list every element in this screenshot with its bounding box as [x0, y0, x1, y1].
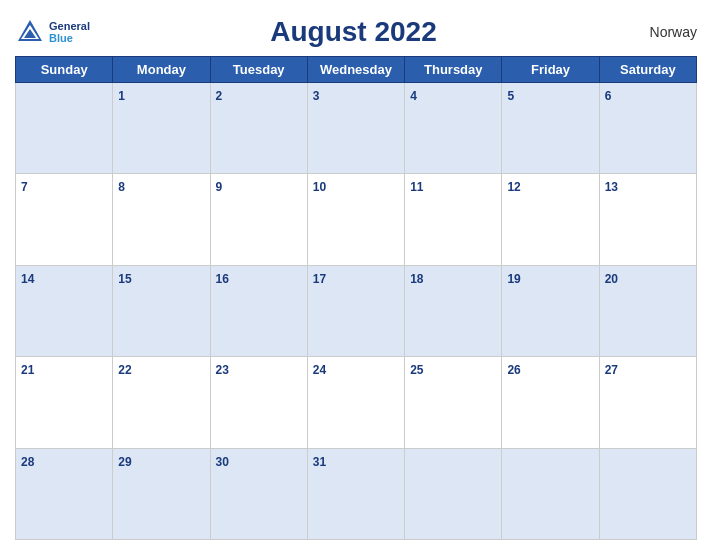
day-number: 2: [216, 89, 223, 103]
day-number: 6: [605, 89, 612, 103]
day-number: 1: [118, 89, 125, 103]
day-number: 10: [313, 180, 326, 194]
calendar-cell: 23: [210, 357, 307, 448]
logo: General Blue: [15, 17, 90, 47]
calendar-cell: 7: [16, 174, 113, 265]
calendar-cell: 10: [307, 174, 404, 265]
calendar-cell: 31: [307, 448, 404, 539]
day-number: 24: [313, 363, 326, 377]
day-number: 3: [313, 89, 320, 103]
calendar-cell: 22: [113, 357, 210, 448]
calendar-cell: [16, 83, 113, 174]
day-number: 25: [410, 363, 423, 377]
calendar-cell: 25: [405, 357, 502, 448]
day-number: 23: [216, 363, 229, 377]
calendar-cell: 8: [113, 174, 210, 265]
day-number: 17: [313, 272, 326, 286]
calendar-cell: [599, 448, 696, 539]
day-number: 9: [216, 180, 223, 194]
weekday-header-monday: Monday: [113, 57, 210, 83]
logo-icon: [15, 17, 45, 47]
calendar-cell: 5: [502, 83, 599, 174]
calendar-cell: 1: [113, 83, 210, 174]
calendar-cell: 12: [502, 174, 599, 265]
calendar-cell: 29: [113, 448, 210, 539]
week-row-1: 123456: [16, 83, 697, 174]
day-number: 7: [21, 180, 28, 194]
day-number: 16: [216, 272, 229, 286]
weekday-header-sunday: Sunday: [16, 57, 113, 83]
day-number: 13: [605, 180, 618, 194]
calendar-cell: 26: [502, 357, 599, 448]
calendar-cell: 15: [113, 265, 210, 356]
day-number: 5: [507, 89, 514, 103]
calendar-cell: 13: [599, 174, 696, 265]
day-number: 27: [605, 363, 618, 377]
day-number: 11: [410, 180, 423, 194]
weekday-header-friday: Friday: [502, 57, 599, 83]
weekday-header-wednesday: Wednesday: [307, 57, 404, 83]
day-number: 30: [216, 455, 229, 469]
calendar-cell: 17: [307, 265, 404, 356]
calendar-cell: 2: [210, 83, 307, 174]
weekday-header-tuesday: Tuesday: [210, 57, 307, 83]
calendar-cell: 27: [599, 357, 696, 448]
week-row-2: 78910111213: [16, 174, 697, 265]
day-number: 19: [507, 272, 520, 286]
calendar-cell: 16: [210, 265, 307, 356]
day-number: 14: [21, 272, 34, 286]
calendar-cell: 9: [210, 174, 307, 265]
calendar-cell: 11: [405, 174, 502, 265]
calendar-cell: 3: [307, 83, 404, 174]
country-label: Norway: [617, 24, 697, 40]
day-number: 28: [21, 455, 34, 469]
calendar-cell: [502, 448, 599, 539]
day-number: 15: [118, 272, 131, 286]
day-number: 8: [118, 180, 125, 194]
page-header: General Blue August 2022 Norway: [15, 10, 697, 50]
day-number: 20: [605, 272, 618, 286]
calendar-cell: 6: [599, 83, 696, 174]
calendar-cell: 21: [16, 357, 113, 448]
calendar-cell: 28: [16, 448, 113, 539]
calendar-cell: 4: [405, 83, 502, 174]
day-number: 29: [118, 455, 131, 469]
weekday-header-thursday: Thursday: [405, 57, 502, 83]
day-number: 4: [410, 89, 417, 103]
day-number: 22: [118, 363, 131, 377]
logo-text: General Blue: [49, 20, 90, 44]
calendar-cell: [405, 448, 502, 539]
weekday-header-row: SundayMondayTuesdayWednesdayThursdayFrid…: [16, 57, 697, 83]
calendar-table: SundayMondayTuesdayWednesdayThursdayFrid…: [15, 56, 697, 540]
calendar-cell: 19: [502, 265, 599, 356]
calendar-cell: 20: [599, 265, 696, 356]
day-number: 26: [507, 363, 520, 377]
day-number: 21: [21, 363, 34, 377]
week-row-5: 28293031: [16, 448, 697, 539]
day-number: 12: [507, 180, 520, 194]
calendar-cell: 18: [405, 265, 502, 356]
day-number: 18: [410, 272, 423, 286]
calendar-cell: 14: [16, 265, 113, 356]
week-row-4: 21222324252627: [16, 357, 697, 448]
weekday-header-saturday: Saturday: [599, 57, 696, 83]
calendar-cell: 30: [210, 448, 307, 539]
month-title: August 2022: [90, 16, 617, 48]
calendar-cell: 24: [307, 357, 404, 448]
week-row-3: 14151617181920: [16, 265, 697, 356]
day-number: 31: [313, 455, 326, 469]
